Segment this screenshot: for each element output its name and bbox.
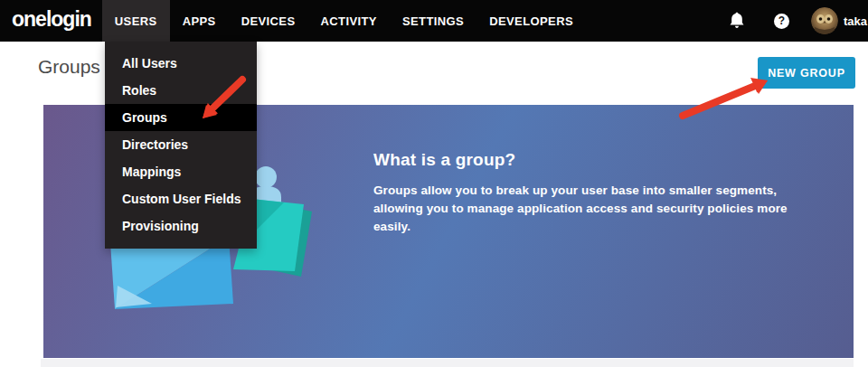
banner-heading: What is a group? [373, 150, 807, 170]
avatar[interactable] [811, 7, 838, 34]
person-icon [255, 166, 277, 188]
menu-item-custom-user-fields[interactable]: Custom User Fields [105, 185, 257, 212]
menu-item-groups[interactable]: Groups [105, 104, 257, 131]
navbar-right-cluster: ? taka [728, 0, 868, 42]
avatar-owl-image [811, 7, 838, 34]
menu-item-roles[interactable]: Roles [105, 77, 257, 104]
menu-item-directories[interactable]: Directories [105, 131, 257, 158]
menu-item-all-users[interactable]: All Users [105, 50, 257, 77]
content-divider-strip [41, 359, 854, 367]
banner-body: Groups allow you to break up your user b… [373, 182, 807, 236]
new-group-button[interactable]: NEW GROUP [758, 57, 855, 89]
nav-tab-users[interactable]: USERS [102, 0, 170, 42]
nav-tab-devices[interactable]: DEVICES [229, 0, 308, 42]
users-dropdown-menu: All Users Roles Groups Directories Mappi… [105, 42, 257, 249]
page-title: Groups [38, 56, 100, 78]
notifications-bell-icon[interactable] [728, 11, 746, 31]
username-label[interactable]: taka [844, 14, 868, 28]
nav-tab-activity[interactable]: ACTIVITY [308, 0, 390, 42]
nav-tab-developers[interactable]: DEVELOPERS [476, 0, 586, 42]
primary-nav: USERS APPS DEVICES ACTIVITY SETTINGS DEV… [102, 0, 586, 42]
nav-tab-settings[interactable]: SETTINGS [390, 0, 476, 42]
menu-item-mappings[interactable]: Mappings [105, 158, 257, 185]
help-glyph: ? [778, 14, 785, 27]
help-icon[interactable]: ? [774, 14, 789, 29]
onelogin-logo: onelogin [0, 7, 91, 35]
nav-tab-apps[interactable]: APPS [170, 0, 229, 42]
top-navbar: onelogin USERS APPS DEVICES ACTIVITY SET… [0, 0, 868, 42]
menu-item-provisioning[interactable]: Provisioning [105, 212, 257, 240]
banner-text-block: What is a group? Groups allow you to bre… [373, 150, 807, 236]
